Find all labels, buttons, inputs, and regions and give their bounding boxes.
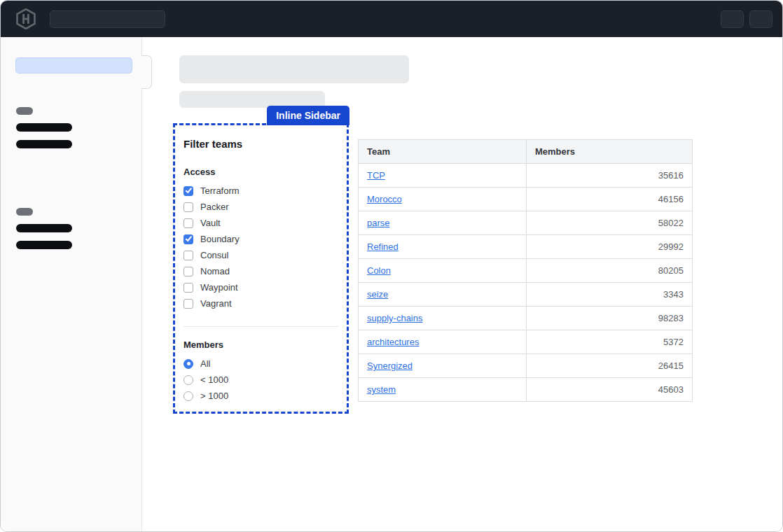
filter-checkbox-vault[interactable]: Vault (183, 215, 338, 231)
team-link[interactable]: parse (367, 218, 390, 228)
checkbox-box[interactable] (183, 234, 193, 244)
checkbox-label: Vault (200, 218, 221, 228)
sidebar-nav-item-placeholder[interactable] (16, 224, 72, 232)
topbar-search-placeholder[interactable] (50, 10, 165, 28)
filter-checkbox-packer[interactable]: Packer (183, 199, 338, 215)
topbar-action-placeholder-1[interactable] (721, 10, 744, 28)
main-content: Inline Sidebar Filter teams Access Terra… (142, 37, 782, 531)
members-radio-1000[interactable]: < 1000 (183, 372, 338, 388)
checkbox-box[interactable] (183, 202, 193, 212)
table-header-team: Team (359, 140, 527, 164)
sidebar-nav-item-placeholder[interactable] (16, 241, 72, 249)
inline-sidebar-component-outline: Filter teams Access Terraform Packer Vau… (173, 123, 349, 414)
checkbox-label: Packer (200, 202, 228, 212)
access-checkbox-group: Terraform Packer Vault Boundary Consul N… (183, 183, 338, 312)
table-row: seize 3343 (359, 283, 693, 307)
table-row: supply-chains 98283 (359, 307, 693, 330)
table-row: Colon 80205 (359, 259, 693, 283)
left-sidebar (1, 37, 142, 531)
sidebar-section-pill (16, 208, 33, 216)
sidebar-toggle-handle[interactable] (141, 55, 152, 89)
filter-checkbox-vagrant[interactable]: Vagrant (183, 295, 338, 312)
radio-button[interactable] (183, 375, 193, 385)
checkbox-box[interactable] (183, 299, 193, 309)
radio-label: All (200, 358, 210, 369)
topbar-action-placeholder-2[interactable] (749, 10, 772, 28)
members-value: 29992 (527, 235, 693, 259)
filter-panel: Filter teams Access Terraform Packer Vau… (175, 125, 347, 404)
members-value: 58022 (527, 211, 693, 235)
members-radio-1000[interactable]: > 1000 (183, 388, 338, 404)
team-link[interactable]: seize (367, 289, 388, 300)
table-row: parse 58022 (359, 211, 693, 235)
section-divider (183, 326, 338, 327)
radio-label: > 1000 (200, 391, 228, 401)
checkbox-label: Consul (200, 250, 228, 260)
topbar-actions (721, 10, 772, 28)
checkbox-label: Nomad (200, 266, 230, 276)
radio-label: < 1000 (200, 374, 228, 385)
table-row: Synergized 26415 (359, 354, 693, 378)
checkbox-label: Boundary (200, 234, 240, 244)
table-row: Refined 29992 (359, 235, 693, 259)
sidebar-nav-item-placeholder[interactable] (16, 140, 72, 148)
filter-checkbox-consul[interactable]: Consul (183, 247, 338, 263)
checkbox-box[interactable] (183, 251, 193, 260)
filter-checkbox-nomad[interactable]: Nomad (183, 263, 338, 279)
page-title-placeholder (179, 55, 409, 83)
members-value: 98283 (527, 307, 693, 330)
team-link[interactable]: Colon (367, 265, 391, 276)
members-value: 3343 (527, 283, 693, 307)
checkbox-box[interactable] (183, 267, 193, 276)
checkbox-label: Vagrant (200, 298, 232, 309)
members-value: 80205 (527, 259, 693, 283)
filter-checkbox-boundary[interactable]: Boundary (183, 231, 338, 247)
table-row: Morocco 46156 (359, 188, 693, 211)
table-header-members: Members (527, 140, 693, 164)
team-link[interactable]: system (367, 384, 396, 395)
filter-title: Filter teams (183, 138, 338, 150)
checkbox-box[interactable] (183, 283, 193, 293)
team-link[interactable]: Refined (367, 241, 399, 252)
filter-checkbox-terraform[interactable]: Terraform (183, 183, 338, 199)
sidebar-active-item-placeholder[interactable] (15, 57, 132, 74)
members-group-label: Members (183, 340, 338, 350)
hashicorp-logo-icon (16, 8, 37, 30)
members-value: 26415 (527, 354, 693, 378)
filter-checkbox-waypoint[interactable]: Waypoint (183, 279, 338, 295)
team-link[interactable]: TCP (367, 170, 385, 181)
topbar (1, 1, 782, 37)
members-value: 35616 (527, 164, 693, 188)
radio-button[interactable] (183, 359, 193, 369)
table-row: TCP 35616 (359, 164, 693, 188)
table-header-row: Team Members (359, 140, 693, 164)
team-link[interactable]: architectures (367, 337, 419, 347)
team-link[interactable]: Morocco (367, 194, 402, 204)
teams-table: Team Members TCP 35616 Morocco 46156 par… (358, 139, 693, 402)
inline-sidebar-badge: Inline Sidebar (267, 106, 349, 125)
radio-button[interactable] (183, 391, 193, 401)
members-radio-group: All < 1000 > 1000 (183, 356, 338, 404)
access-group-label: Access (183, 167, 338, 177)
table-row: system 45603 (359, 378, 693, 402)
members-radio-all[interactable]: All (183, 356, 338, 372)
members-value: 46156 (527, 188, 693, 211)
sidebar-nav-item-placeholder[interactable] (16, 123, 72, 132)
checkbox-box[interactable] (183, 218, 193, 228)
app-window: Inline Sidebar Filter teams Access Terra… (0, 0, 783, 532)
members-value: 45603 (527, 378, 693, 402)
checkbox-label: Waypoint (200, 282, 238, 293)
sidebar-section-pill (16, 107, 33, 115)
checkbox-label: Terraform (200, 186, 240, 196)
checkbox-box[interactable] (183, 186, 193, 196)
members-value: 5372 (527, 330, 693, 354)
team-link[interactable]: supply-chains (367, 313, 423, 323)
table-row: architectures 5372 (359, 330, 693, 354)
team-link[interactable]: Synergized (367, 360, 413, 371)
